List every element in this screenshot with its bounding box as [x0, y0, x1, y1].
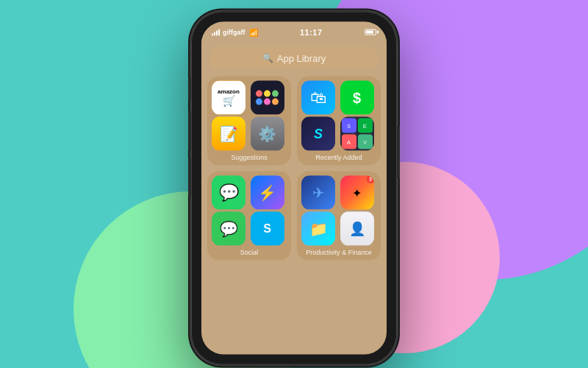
shortcuts-badge: 3: [366, 176, 374, 184]
app-settings[interactable]: ⚙️: [251, 117, 284, 151]
folder-suggestions[interactable]: amazon 🛒: [207, 77, 291, 166]
app-messenger[interactable]: ⚡: [251, 176, 284, 210]
status-time: 11:17: [300, 28, 323, 37]
wifi-icon: 📶: [249, 28, 258, 36]
phone-shell: giffgaff 📶 11:17 🔍 App Library: [191, 12, 397, 365]
phone-screen: giffgaff 📶 11:17 🔍 App Library: [201, 22, 387, 355]
battery-icon: [365, 29, 376, 35]
signal-icon: [212, 29, 220, 36]
mute-button: [188, 78, 191, 102]
status-left: giffgaff 📶: [212, 28, 258, 36]
folder-recently-added-apps: 🛍 $ S S: [301, 81, 376, 151]
app-contacts[interactable]: 👤: [340, 212, 374, 246]
app-amazon[interactable]: amazon 🛒: [212, 81, 245, 115]
app-appstore[interactable]: 🛍: [301, 81, 335, 115]
status-bar: giffgaff 📶 11:17: [201, 22, 387, 43]
power-button: [397, 126, 400, 179]
folder-social-apps: 💬 ⚡ 💬 S: [212, 176, 287, 246]
app-messages[interactable]: 💬: [212, 212, 245, 246]
folder-social-label: Social: [212, 249, 287, 256]
folder-recently-added-label: Recently Added: [301, 154, 376, 161]
folder-productivity-apps: ✈ ✦ 3 📁 👤: [301, 176, 376, 246]
app-shortcuts[interactable]: ✦ 3: [340, 176, 374, 210]
app-whatsapp[interactable]: 💬: [212, 176, 245, 210]
search-icon: 🔍: [262, 53, 273, 63]
search-placeholder: App Library: [277, 52, 326, 63]
folder-suggestions-apps: amazon 🛒: [212, 81, 287, 151]
folder-productivity[interactable]: ✈ ✦ 3 📁 👤: [297, 171, 381, 261]
folder-recently-added[interactable]: 🛍 $ S S: [297, 77, 381, 166]
app-skype[interactable]: S: [251, 212, 284, 246]
phone: giffgaff 📶 11:17 🔍 App Library: [191, 4, 397, 368]
app-notes[interactable]: 📝: [212, 117, 245, 151]
app-cash[interactable]: $: [340, 81, 374, 115]
app-mini-group[interactable]: S E A V: [340, 117, 374, 151]
app-spark[interactable]: ✈: [301, 176, 335, 210]
volume-down-button: [188, 158, 191, 197]
status-right: [365, 29, 376, 35]
volume-up-button: [188, 111, 191, 151]
app-stash[interactable]: S: [301, 117, 335, 151]
app-dots[interactable]: [251, 81, 284, 115]
folder-suggestions-label: Suggestions: [212, 154, 287, 161]
carrier-label: giffgaff: [223, 29, 245, 36]
folder-productivity-label: Productivity & Finance: [301, 249, 376, 256]
folder-social[interactable]: 💬 ⚡ 💬 S: [207, 171, 291, 261]
search-bar[interactable]: 🔍 App Library: [210, 47, 378, 69]
app-files[interactable]: 📁: [301, 212, 335, 246]
app-grid: amazon 🛒: [201, 77, 387, 261]
